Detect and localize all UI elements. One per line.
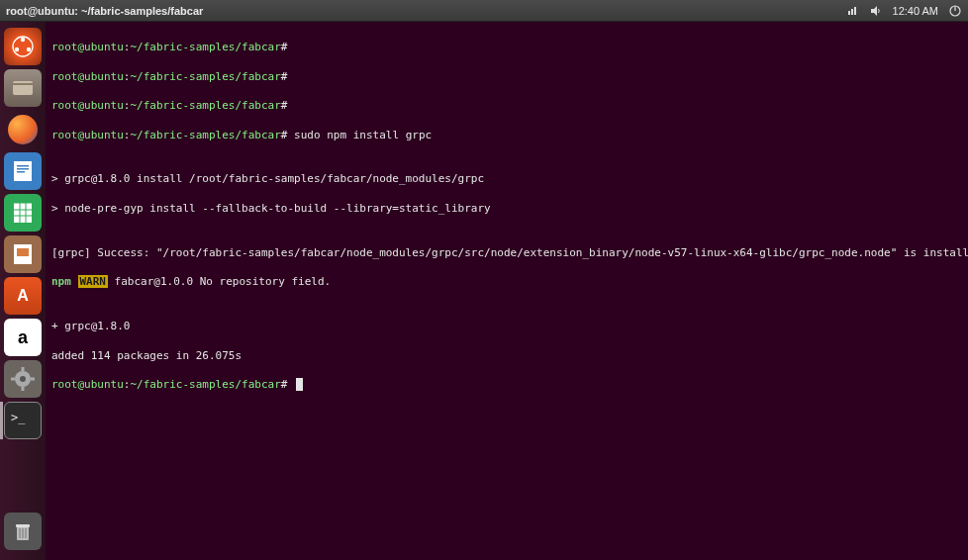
npm-label: npm: [51, 275, 71, 288]
libreoffice-impress-icon[interactable]: [4, 235, 42, 273]
prompt-path: ~/fabric-samples/fabcar: [130, 41, 280, 53]
terminal-line: root@ubuntu:~/fabric-samples/fabcar#: [51, 99, 962, 114]
terminal-line: > node-pre-gyp install --fallback-to-bui…: [51, 202, 962, 217]
active-app-marker: [0, 402, 3, 439]
libreoffice-writer-icon[interactable]: [4, 152, 42, 190]
command-text: sudo npm install grpc: [294, 129, 432, 141]
svg-rect-12: [14, 203, 32, 223]
ubuntu-software-icon[interactable]: A: [4, 277, 42, 315]
system-settings-icon[interactable]: [4, 360, 42, 398]
svg-rect-23: [16, 524, 30, 527]
npm-warn-badge: WARN: [78, 275, 109, 288]
firefox-icon[interactable]: [4, 111, 42, 148]
svg-point-4: [15, 47, 19, 51]
terminal-icon[interactable]: [4, 402, 42, 439]
terminal-line: root@ubuntu:~/fabric-samples/fabcar#: [51, 70, 962, 85]
files-icon[interactable]: [4, 69, 42, 107]
sound-indicator-icon[interactable]: [869, 4, 883, 18]
svg-point-5: [27, 47, 31, 51]
terminal-line: + grpc@1.8.0: [51, 320, 962, 334]
terminal-line: root@ubuntu:~/fabric-samples/fabcar# sud…: [51, 129, 962, 143]
network-indicator-icon[interactable]: [845, 4, 859, 18]
svg-point-3: [21, 38, 25, 42]
terminal-line: npm WARN fabcar@1.0.0 No repository fiel…: [51, 275, 962, 290]
unity-launcher: A a: [0, 22, 46, 560]
cursor: [296, 378, 303, 391]
svg-rect-1: [954, 6, 955, 11]
session-indicator-icon[interactable]: [948, 4, 962, 18]
svg-rect-10: [17, 168, 29, 170]
svg-point-17: [20, 376, 26, 382]
svg-text:A: A: [17, 287, 29, 304]
npm-warn-text: fabcar@1.0.0 No repository field.: [108, 275, 331, 288]
terminal-line: > grpc@1.8.0 install /root/fabric-sample…: [51, 172, 962, 187]
terminal-output[interactable]: root@ubuntu:~/fabric-samples/fabcar# roo…: [46, 22, 968, 560]
trash-icon[interactable]: [4, 513, 42, 550]
terminal-line: [grpc] Success: "/root/fabric-samples/fa…: [51, 246, 962, 261]
prompt-user: root@ubuntu: [51, 41, 124, 53]
clock[interactable]: 12:40 AM: [893, 5, 938, 17]
svg-rect-14: [17, 248, 29, 256]
dash-icon[interactable]: [4, 28, 42, 65]
svg-rect-7: [13, 83, 33, 85]
terminal-line: added 114 packages in 26.075s: [51, 349, 962, 364]
top-menu-bar: root@ubuntu: ~/fabric-samples/fabcar 12:…: [0, 0, 968, 22]
window-title: root@ubuntu: ~/fabric-samples/fabcar: [6, 5, 203, 17]
svg-rect-11: [17, 171, 25, 173]
terminal-line: root@ubuntu:~/fabric-samples/fabcar#: [51, 378, 962, 393]
svg-rect-9: [17, 165, 29, 167]
amazon-icon[interactable]: a: [4, 319, 42, 356]
terminal-line: root@ubuntu:~/fabric-samples/fabcar#: [51, 41, 962, 55]
libreoffice-calc-icon[interactable]: [4, 194, 42, 232]
